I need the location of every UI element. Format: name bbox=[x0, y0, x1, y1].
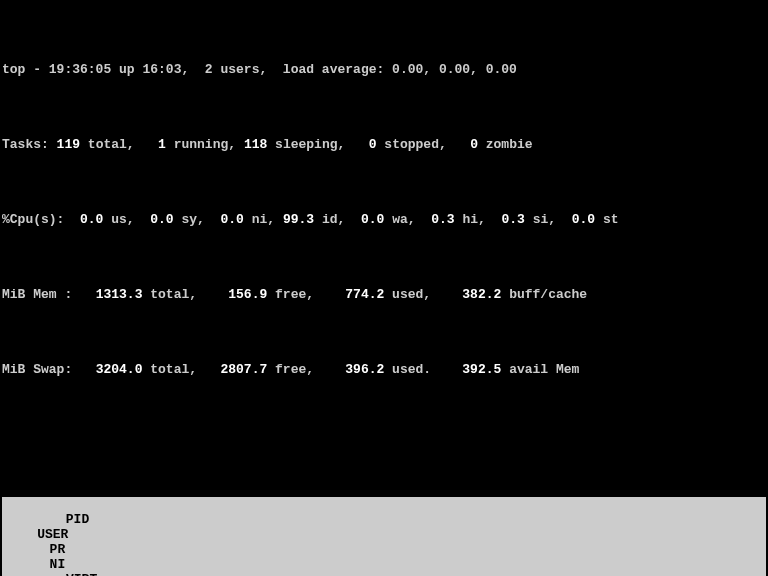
col-virt: VIRT bbox=[33, 572, 97, 576]
terminal-screen[interactable]: top - 19:36:05 up 16:03, 2 users, load a… bbox=[0, 0, 768, 576]
col-pr: PR bbox=[33, 542, 65, 557]
summary-uptime: top - 19:36:05 up 16:03, 2 users, load a… bbox=[2, 62, 766, 77]
summary-swap: MiB Swap: 3204.0 total, 2807.7 free, 396… bbox=[2, 362, 766, 377]
summary-cpu: %Cpu(s): 0.0 us, 0.0 sy, 0.0 ni, 99.3 id… bbox=[2, 212, 766, 227]
summary-mem: MiB Mem : 1313.3 total, 156.9 free, 774.… bbox=[2, 287, 766, 302]
summary-tasks: Tasks: 119 total, 1 running, 118 sleepin… bbox=[2, 137, 766, 152]
col-ni: NI bbox=[33, 557, 65, 572]
blank-line bbox=[2, 422, 766, 437]
col-pid: PID bbox=[33, 512, 89, 527]
col-user: USER bbox=[33, 527, 109, 542]
process-header-row: PID USER PR NI VIRT RES SHR S %CPU %MEM … bbox=[2, 497, 766, 576]
